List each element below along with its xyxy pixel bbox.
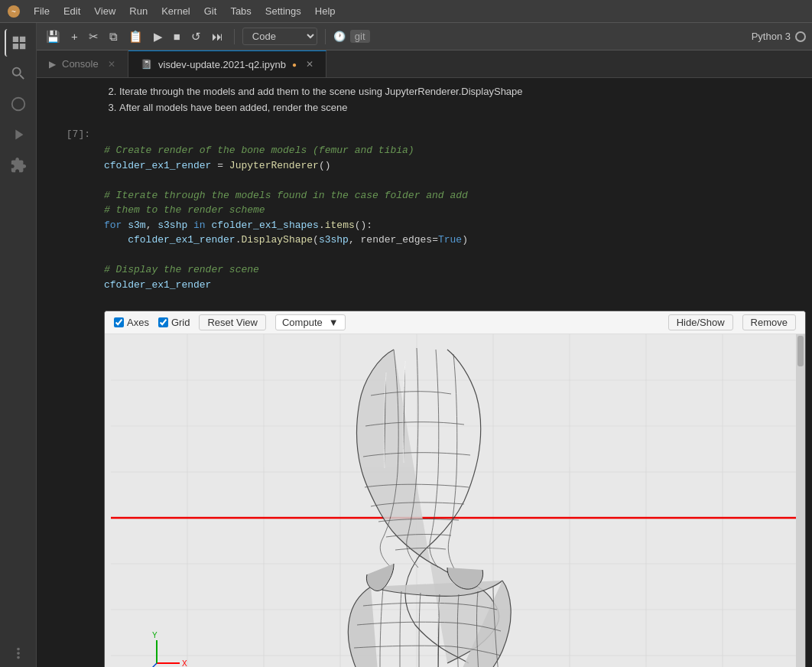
console-icon: ▶ [49, 59, 56, 70]
activity-explorer[interactable] [5, 29, 32, 57]
cell-7-number: [7]: [67, 129, 90, 140]
activity-bar [0, 23, 37, 667]
main-layout: 💾 + ✂ ⧉ 📋 ▶ ■ ↺ ⏭ Code Markdown Raw 🕐 gi… [0, 23, 812, 667]
menu-tabs[interactable]: Tabs [224, 4, 257, 18]
compute-label: Compute [282, 317, 323, 328]
compute-dropdown[interactable]: Compute ▼ [275, 314, 346, 330]
markdown-gutter [37, 81, 98, 119]
copy-button[interactable]: ⧉ [106, 28, 121, 45]
kernel-circle-icon [795, 31, 806, 42]
svg-text:Y: Y [152, 631, 158, 639]
paste-button[interactable]: 📋 [125, 28, 146, 45]
hide-show-button[interactable]: Hide/Show [668, 314, 733, 330]
tab-console-label: Console [62, 58, 99, 70]
restart-button[interactable]: ↺ [188, 28, 204, 45]
run-button[interactable]: ▶ [151, 28, 166, 45]
reset-view-button[interactable]: Reset View [199, 314, 266, 330]
activity-source-control[interactable] [5, 90, 32, 118]
renderer-output: Axes Grid Reset View Compute ▼ [104, 311, 806, 667]
comment-2: # Iterate through the models found in th… [104, 190, 468, 201]
git-badge[interactable]: git [350, 30, 370, 43]
notebook-icon: 📓 [141, 59, 152, 70]
tab-console-close[interactable]: ✕ [108, 59, 115, 70]
code-line-for: for s3m, s3shp in cfolder_ex1_shapes.ite… [104, 220, 372, 231]
grid-label: Grid [171, 317, 190, 328]
menu-kernel[interactable]: Kernel [155, 4, 197, 18]
content-area: 💾 + ✂ ⧉ 📋 ▶ ■ ↺ ⏭ Code Markdown Raw 🕐 gi… [37, 23, 812, 667]
bone-scene-svg: X Y Z [105, 334, 805, 667]
compute-chevron-icon: ▼ [329, 317, 339, 328]
remove-button[interactable]: Remove [742, 314, 796, 330]
menu-settings[interactable]: Settings [259, 4, 307, 18]
stop-button[interactable]: ■ [171, 28, 184, 44]
svg-text:~: ~ [11, 8, 16, 16]
kernel-name: Python 3 [752, 31, 791, 42]
activity-run-debug[interactable] [5, 121, 32, 148]
markdown-text: Iterate through the models and add them … [98, 81, 812, 119]
separator-2 [325, 29, 326, 44]
tab-notebook-label: visdev-update.2021-q2.ipynb [158, 59, 286, 70]
viewport-scrollbar[interactable] [796, 334, 805, 667]
comment-1: # Create render of the bone models (femu… [104, 145, 414, 156]
axes-label: Axes [127, 317, 149, 328]
menu-bar: ~ File Edit View Run Kernel Git Tabs Set… [0, 0, 812, 23]
code-line-2: cfolder_ex1_render = JupyterRenderer() [104, 160, 330, 171]
tab-bar: ▶ Console ✕ 📓 visdev-update.2021-q2.ipyn… [37, 50, 812, 78]
axes-checkbox[interactable] [114, 317, 124, 327]
markdown-content: Iterate through the models and add them … [98, 81, 812, 119]
markdown-cell: Iterate through the models and add them … [37, 78, 812, 122]
cell-7-content[interactable]: # Create render of the bone models (femu… [98, 125, 812, 667]
menu-file[interactable]: File [28, 4, 56, 18]
menu-help[interactable]: Help [309, 4, 342, 18]
3d-viewport[interactable]: X Y Z [105, 334, 805, 667]
activity-extensions[interactable] [5, 151, 32, 179]
clock-icon: 🕐 [333, 31, 346, 42]
tab-console[interactable]: ▶ Console ✕ [37, 50, 128, 77]
fast-forward-button[interactable]: ⏭ [209, 28, 226, 44]
save-button[interactable]: 💾 [43, 28, 63, 45]
tab-notebook[interactable]: 📓 visdev-update.2021-q2.ipynb ● ✕ [128, 50, 326, 77]
tab-notebook-close[interactable]: ✕ [306, 59, 313, 70]
comment-3: # them to the render scheme [104, 204, 265, 216]
code-block-7: # Create render of the bone models (femu… [98, 125, 812, 311]
menu-edit[interactable]: Edit [57, 4, 86, 18]
toolbar: 💾 + ✂ ⧉ 📋 ▶ ■ ↺ ⏭ Code Markdown Raw 🕐 gi… [37, 23, 812, 50]
markdown-item-0: Iterate through the models and add them … [119, 84, 806, 100]
svg-text:X: X [182, 659, 187, 667]
code-cell-7: [7]: # Create render of the bone models … [37, 122, 812, 667]
cell-type-selector[interactable]: Code Markdown Raw [242, 28, 317, 45]
tab-modified-dot: ● [292, 60, 297, 69]
cell-7-gutter: [7]: [37, 125, 98, 667]
activity-settings[interactable] [5, 639, 32, 667]
menu-git[interactable]: Git [198, 4, 223, 18]
comment-4: # Display the render scene [104, 264, 259, 275]
scrollbar-thumb [797, 336, 804, 366]
notebook-area[interactable]: Iterate through the models and add them … [37, 78, 812, 667]
kernel-info: Python 3 [752, 31, 806, 42]
activity-search[interactable] [5, 60, 32, 87]
markdown-item-1: After all models have been added, render… [119, 100, 806, 116]
app-logo: ~ [6, 4, 21, 19]
code-line-render: cfolder_ex1_render [104, 279, 211, 291]
add-cell-button[interactable]: + [68, 28, 81, 44]
menu-view[interactable]: View [88, 4, 122, 18]
cut-button[interactable]: ✂ [86, 28, 102, 45]
grid-checkbox-group: Grid [158, 317, 190, 328]
renderer-toolbar: Axes Grid Reset View Compute ▼ [105, 311, 805, 334]
code-line-display: cfolder_ex1_render.DisplayShape(s3shp, r… [104, 234, 468, 246]
menu-run[interactable]: Run [123, 4, 154, 18]
axes-checkbox-group: Axes [114, 317, 149, 328]
grid-checkbox[interactable] [158, 317, 168, 327]
separator-1 [234, 29, 235, 44]
